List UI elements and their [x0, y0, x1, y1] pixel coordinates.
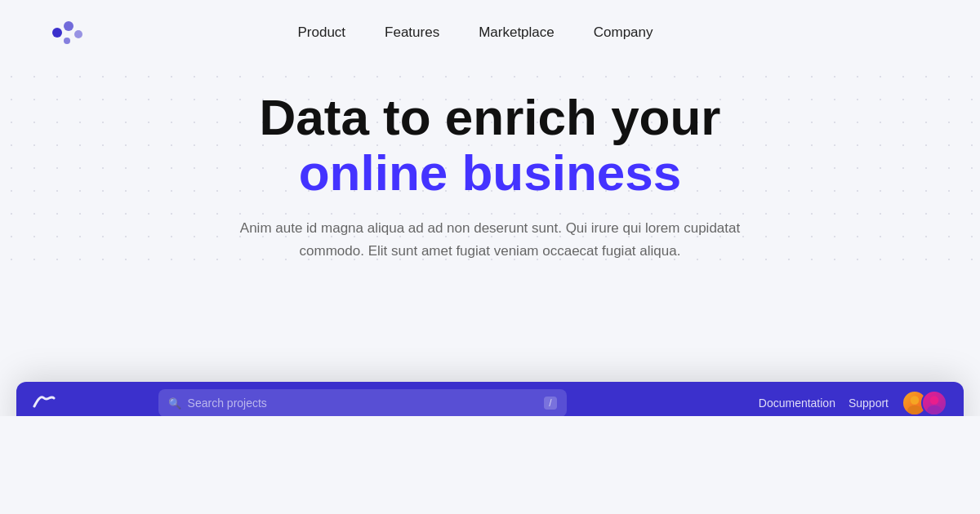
svg-point-7 [927, 405, 942, 415]
app-topbar-right: Documentation Support [759, 390, 947, 416]
nav-features[interactable]: Features [385, 24, 439, 41]
hero-title-line1: Data to enrich your [16, 90, 964, 145]
svg-point-5 [907, 405, 922, 415]
svg-point-2 [74, 30, 82, 38]
hero-subtitle: Anim aute id magna aliqua ad ad non dese… [212, 217, 768, 261]
avatar-group[interactable] [902, 390, 947, 416]
hero-title-line2: online business [16, 145, 964, 201]
nav-product[interactable]: Product [297, 24, 345, 41]
app-search-bar[interactable]: 🔍 / [158, 389, 567, 416]
avatar-secondary [921, 390, 947, 416]
app-preview: 🔍 / Documentation Support [16, 382, 964, 416]
app-topbar: 🔍 / Documentation Support [16, 382, 964, 416]
search-icon: 🔍 [168, 397, 181, 410]
documentation-link[interactable]: Documentation [759, 397, 835, 410]
support-link[interactable]: Support [849, 397, 889, 410]
app-topbar-logo [33, 392, 56, 414]
nav-company[interactable]: Company [594, 24, 653, 41]
svg-point-6 [930, 396, 939, 405]
search-shortcut: / [544, 397, 556, 410]
navbar: Product Features Marketplace Company [0, 0, 980, 65]
search-input[interactable] [188, 397, 538, 410]
svg-point-4 [911, 396, 920, 405]
svg-point-3 [64, 38, 70, 44]
nav-marketplace[interactable]: Marketplace [479, 24, 555, 41]
svg-point-1 [64, 21, 74, 31]
logo[interactable] [49, 15, 85, 51]
svg-point-0 [52, 28, 62, 38]
hero-section: Data to enrich your online business Anim… [0, 65, 980, 416]
nav-links: Product Features Marketplace Company [297, 24, 653, 41]
